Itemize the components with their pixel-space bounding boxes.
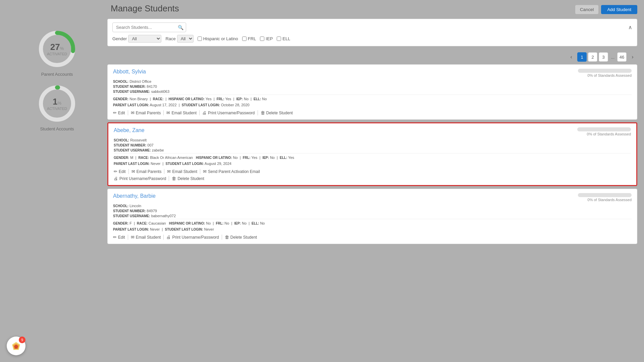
gender-label-text: Gender	[112, 36, 127, 41]
school-value-0: District Office	[129, 79, 151, 83]
student-number-value-0: 84170	[147, 84, 157, 88]
student-actions-2: ✏ Edit ✉ Email Student 🖨 Print Username/…	[113, 233, 632, 240]
student-logins-0: PARENT LAST LOGIN: August 17, 2022 | STU…	[113, 103, 632, 107]
gender-select[interactable]: All Male Female Non Binary	[128, 35, 161, 43]
frl-label-demo-0: FRL:	[217, 97, 224, 101]
delete-icon-2: 🗑	[225, 235, 229, 240]
delete-icon-1: 🗑	[172, 176, 176, 181]
username-label-0: STUDENT USERNAME:	[113, 90, 150, 94]
gender-label-demo-0: GENDER:	[113, 97, 128, 101]
email-student-link-0[interactable]: ✉ Email Student	[164, 110, 200, 115]
iep-label-demo-2: IEP:	[234, 222, 240, 225]
ell-label: ELL	[282, 36, 290, 41]
prev-page-button[interactable]: ‹	[567, 52, 576, 62]
student-school-row-0: SCHOOL: District Office	[113, 79, 632, 83]
email-student-link-1[interactable]: ✉ Email Student	[164, 169, 200, 174]
student-logins-2: PARENT LAST LOGIN: Never | STUDENT LAST …	[113, 227, 632, 231]
search-input-wrapper: 🔍	[112, 22, 186, 32]
edit-link-0[interactable]: ✏ Edit	[113, 110, 128, 115]
page-2-button[interactable]: 2	[588, 52, 597, 62]
floating-button[interactable]: 9	[7, 337, 25, 355]
page-title: Manage Students	[111, 3, 179, 14]
parent-percent-number: 27	[50, 42, 60, 52]
race-label-demo-1: RACE:	[138, 156, 149, 160]
hispanic-label-demo-2: HISPANIC OR LATINO:	[169, 222, 205, 225]
print-link-2[interactable]: 🖨 Print Username/Password	[164, 235, 222, 240]
gender-label-demo-2: GENDER:	[113, 222, 128, 225]
page-1-button[interactable]: 1	[577, 52, 587, 62]
iep-filter[interactable]: IEP	[260, 36, 273, 41]
race-label-text: Race	[165, 36, 175, 41]
delete-link-2[interactable]: 🗑 Delete Student	[222, 235, 260, 240]
cancel-button[interactable]: Cancel	[575, 5, 599, 14]
frl-filter[interactable]: FRL	[242, 36, 256, 41]
page-dots: ...	[609, 55, 616, 60]
student-donut-label: 1% ACTIVATED	[47, 97, 67, 111]
student-actions-0: ✏ Edit ✉ Email Parents ✉ Email Student 🖨…	[113, 109, 632, 115]
email-parents-icon-0: ✉	[131, 110, 135, 115]
standards-section-0: 0% of Standards Assessed	[571, 69, 632, 77]
search-input[interactable]	[112, 22, 186, 32]
delete-link-1[interactable]: 🗑 Delete Student	[169, 176, 207, 181]
school-label-1: SCHOOL:	[114, 138, 129, 142]
student-login-label-1: STUDENT LAST LOGIN:	[166, 162, 204, 166]
delete-link-0[interactable]: 🗑 Delete Student	[258, 110, 296, 115]
email-parents-link-1[interactable]: ✉ Email Parents	[129, 169, 165, 174]
add-student-button[interactable]: Add Student	[601, 5, 637, 14]
send-activation-link-1[interactable]: ✉ Send Parent Activation Email	[200, 169, 263, 174]
page-3-button[interactable]: 3	[599, 52, 608, 62]
ell-label-demo-2: ELL:	[252, 222, 259, 225]
student-percent-number: 1	[53, 97, 57, 107]
ell-label-demo-1: ELL:	[280, 156, 287, 160]
search-row: 🔍 ∧	[112, 22, 632, 32]
race-filter-label: Race All	[165, 35, 193, 43]
parent-accounts-title: Parent Accounts	[41, 72, 73, 77]
email-parents-icon-1: ✉	[131, 169, 135, 174]
student-school-row-1: SCHOOL: Roosevelt	[114, 138, 631, 142]
email-student-icon-2: ✉	[131, 235, 135, 240]
next-page-button[interactable]: ›	[628, 52, 637, 62]
username-value-2: babernathy072	[151, 214, 176, 218]
student-name-1[interactable]: Abebe, Zane	[114, 127, 145, 133]
student-accounts-donut: 1% ACTIVATED	[37, 83, 77, 124]
hispanic-checkbox[interactable]	[198, 37, 202, 41]
search-icon: 🔍	[178, 25, 183, 30]
standards-pct-1: 0% of Standards Assessed	[587, 132, 631, 136]
page-46-button[interactable]: 46	[617, 52, 627, 62]
ell-filter[interactable]: ELL	[277, 36, 290, 41]
email-student-icon-1: ✉	[167, 169, 171, 174]
print-link-1[interactable]: 🖨 Print Username/Password	[114, 176, 169, 181]
student-name-0[interactable]: Abbott, Sylvia	[113, 69, 146, 75]
edit-link-2[interactable]: ✏ Edit	[113, 235, 128, 240]
hispanic-label-demo-1: HISPANIC OR LATINO:	[196, 156, 232, 160]
frl-label-demo-1: FRL:	[243, 156, 251, 160]
print-link-0[interactable]: 🖨 Print Username/Password	[200, 110, 258, 115]
page-wrapper: Manage Students Cancel Add Student 27% A…	[0, 0, 644, 362]
left-sidebar: 27% ACTIVATED Parent Accounts 1% ACTIVAT…	[7, 19, 107, 247]
race-select[interactable]: All	[177, 35, 194, 43]
student-accounts-title: Student Accounts	[40, 126, 74, 131]
frl-checkbox[interactable]	[242, 37, 247, 41]
hispanic-label-demo-0: HISPANIC OR LATINO:	[168, 97, 204, 101]
edit-link-1[interactable]: ✏ Edit	[114, 169, 129, 174]
student-name-2[interactable]: Abernathy, Barbie	[113, 193, 156, 199]
student-header-0: Abbott, Sylvia 0% of Standards Assessed	[113, 69, 632, 77]
student-number-row-0: STUDENT NUMBER: 84170	[113, 84, 632, 88]
iep-checkbox[interactable]	[260, 37, 264, 41]
ell-checkbox[interactable]	[277, 37, 281, 41]
standards-bar-bg-2	[578, 193, 632, 197]
delete-icon-0: 🗑	[261, 110, 265, 115]
hispanic-filter[interactable]: Hispanic or Latino	[198, 36, 238, 41]
parent-activated-label: ACTIVATED	[47, 52, 67, 56]
student-number-value-1: 007	[147, 143, 153, 147]
parent-login-label-2: PARENT LAST LOGIN:	[113, 228, 149, 231]
email-student-icon-0: ✉	[166, 110, 170, 115]
email-parents-link-0[interactable]: ✉ Email Parents	[128, 110, 164, 115]
main-content: 27% ACTIVATED Parent Accounts 1% ACTIVAT…	[0, 15, 644, 253]
student-accounts-section: 1% ACTIVATED Student Accounts	[37, 83, 77, 131]
ell-label-demo-0: ELL:	[254, 97, 261, 101]
email-student-link-2[interactable]: ✉ Email Student	[128, 235, 164, 240]
collapse-icon[interactable]: ∧	[628, 24, 632, 31]
standards-section-2: 0% of Standards Assessed	[571, 193, 632, 202]
student-login-label-2: STUDENT LAST LOGIN:	[165, 228, 203, 231]
